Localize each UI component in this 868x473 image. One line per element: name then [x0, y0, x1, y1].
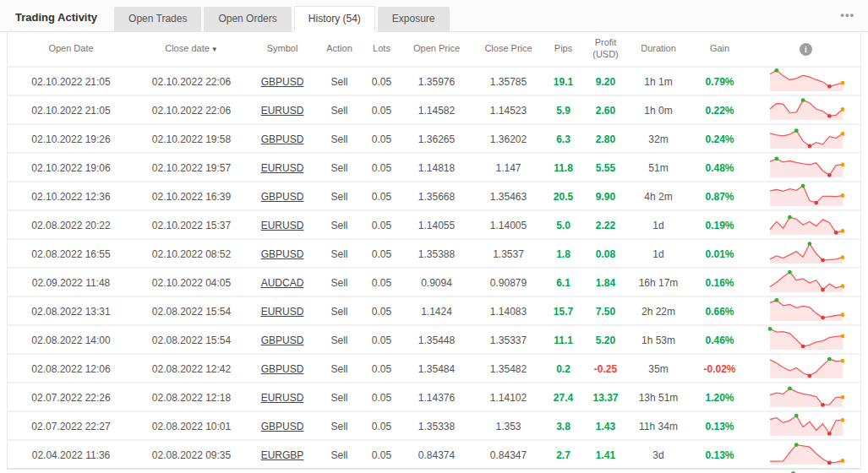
symbol-link[interactable]: EURGBP	[261, 449, 304, 461]
cell-chart	[751, 154, 860, 182]
cell-close-price: 1.147	[472, 162, 544, 174]
cell-gain: 0.87%	[688, 191, 751, 203]
trade-sparkline[interactable]	[768, 297, 844, 325]
cell-chart	[751, 383, 860, 411]
symbol-link[interactable]: AUDCAD	[261, 277, 304, 289]
col-header-open-date[interactable]: Open Date	[8, 43, 134, 55]
trade-sparkline[interactable]	[768, 441, 844, 469]
cell-profit: 2.80	[582, 133, 629, 145]
symbol-link[interactable]: GBPUSD	[261, 421, 304, 432]
col-header-symbol[interactable]: Symbol	[248, 43, 316, 55]
tab-open-orders[interactable]: Open Orders	[204, 7, 291, 31]
cell-chart	[751, 355, 860, 383]
trade-sparkline[interactable]	[768, 383, 844, 411]
cell-open-date: 02.10.2022 19:26	[8, 133, 134, 145]
trade-sparkline[interactable]	[768, 412, 844, 440]
symbol-link[interactable]: EURUSD	[261, 220, 304, 231]
col-header-action[interactable]: Action	[316, 43, 363, 55]
cell-gain: 0.16%	[688, 277, 751, 289]
cell-profit: 7.50	[582, 306, 629, 318]
col-header-lots[interactable]: Lots	[363, 43, 401, 55]
cell-close-price: 1.35482	[472, 363, 544, 375]
symbol-link[interactable]: GBPUSD	[261, 363, 304, 375]
cell-symbol: GBPUSD	[248, 421, 316, 432]
cell-close-date: 02.10.2022 16:39	[134, 191, 248, 203]
trade-sparkline[interactable]	[768, 125, 844, 153]
cell-gain: 0.19%	[688, 220, 751, 231]
cell-close-price: 1.35785	[472, 76, 544, 88]
trade-sparkline[interactable]	[768, 269, 844, 296]
cell-close-date: 02.10.2022 15:37	[134, 220, 248, 231]
cell-gain: 0.79%	[688, 76, 751, 88]
table-body: 02.10.2022 21:05 02.10.2022 22:06 GBPUSD…	[8, 66, 860, 468]
trade-sparkline[interactable]	[768, 96, 844, 124]
symbol-link[interactable]: EURUSD	[261, 306, 304, 318]
symbol-link[interactable]: GBPUSD	[261, 334, 304, 346]
cell-duration: 1d	[629, 220, 688, 231]
cell-close-date: 02.10.2022 19:58	[134, 133, 248, 145]
cell-symbol: GBPUSD	[248, 76, 316, 88]
symbol-link[interactable]: GBPUSD	[261, 248, 304, 260]
symbol-link[interactable]: EURUSD	[261, 392, 304, 404]
cell-close-date: 02.08.2022 10:01	[134, 421, 248, 432]
col-header-duration[interactable]: Duration	[629, 43, 688, 55]
cell-profit: 5.55	[582, 162, 629, 174]
symbol-link[interactable]: EURUSD	[261, 162, 304, 174]
symbol-link[interactable]: EURUSD	[261, 105, 304, 117]
cell-open-price: 1.14376	[401, 392, 472, 404]
col-header-close-date[interactable]: Close date▼	[134, 43, 248, 55]
cell-symbol: EURUSD	[248, 105, 316, 117]
symbol-link[interactable]: GBPUSD	[261, 191, 304, 203]
cell-profit: 2.60	[582, 105, 629, 117]
col-header-gain[interactable]: Gain	[688, 43, 751, 55]
table-row: 02.07.2022 22:26 02.08.2022 12:18 EURUSD…	[8, 382, 860, 410]
cell-close-date: 02.08.2022 12:42	[134, 363, 248, 375]
cell-gain: 1.20%	[688, 392, 751, 404]
trade-sparkline[interactable]	[768, 182, 844, 210]
cell-pips: 15.7	[544, 306, 582, 318]
more-options-icon[interactable]: •••	[840, 8, 854, 21]
cell-open-date: 02.10.2022 12:36	[8, 191, 134, 203]
cell-chart	[751, 269, 860, 296]
tab-open-trades[interactable]: Open Trades	[114, 7, 201, 31]
col-header-close-price[interactable]: Close Price	[472, 43, 544, 55]
cell-profit: 9.20	[582, 76, 629, 88]
col-header-open-price[interactable]: Open Price	[401, 43, 472, 55]
cell-profit: 0.08	[582, 248, 629, 260]
cell-open-price: 1.35388	[401, 248, 472, 260]
cell-close-price: 1.35463	[472, 191, 544, 203]
trade-sparkline[interactable]	[768, 154, 844, 182]
cell-profit: 1.41	[582, 449, 629, 461]
cell-lots: 0.05	[363, 363, 401, 375]
cell-duration: 4h 2m	[629, 191, 688, 203]
cell-lots: 0.05	[363, 76, 401, 88]
col-header-pips[interactable]: Pips	[544, 43, 582, 55]
trade-sparkline[interactable]	[768, 211, 844, 239]
symbol-link[interactable]: GBPUSD	[261, 133, 304, 145]
cell-open-price: 1.36265	[401, 133, 472, 145]
info-icon[interactable]: i	[800, 43, 812, 56]
trade-sparkline[interactable]	[768, 326, 844, 354]
symbol-link[interactable]: GBPUSD	[261, 76, 304, 88]
tab-exposure[interactable]: Exposure	[378, 7, 450, 31]
cell-duration: 16h 17m	[629, 277, 688, 289]
tab-history[interactable]: History (54)	[294, 6, 375, 32]
cell-close-price: 1.14083	[472, 306, 544, 318]
cell-action: Sell	[316, 392, 363, 404]
cell-lots: 0.05	[363, 133, 401, 145]
cell-open-date: 02.08.2022 12:06	[8, 363, 134, 375]
trade-sparkline[interactable]	[768, 240, 844, 268]
cell-open-price: 1.35976	[401, 76, 472, 88]
cell-pips: 5.0	[544, 220, 582, 231]
col-header-profit[interactable]: Profit(USD)	[582, 37, 629, 61]
cell-profit: 9.90	[582, 191, 629, 203]
trade-sparkline[interactable]	[768, 355, 844, 383]
cell-symbol: EURGBP	[248, 449, 316, 461]
cell-close-date: 02.08.2022 09:35	[134, 449, 248, 461]
cell-open-date: 02.08.2022 14:00	[8, 334, 134, 346]
cell-close-price: 0.84347	[472, 449, 544, 461]
cell-duration: 1h 53m	[629, 334, 688, 346]
cell-action: Sell	[316, 363, 363, 375]
cell-close-date: 02.10.2022 19:57	[134, 162, 248, 174]
trade-sparkline[interactable]	[768, 68, 844, 95]
